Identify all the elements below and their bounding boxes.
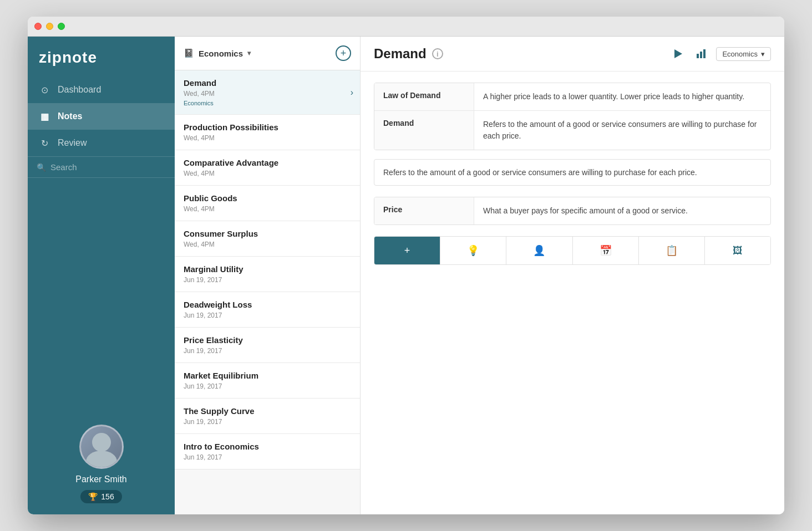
user-points: 🏆 156	[80, 490, 121, 503]
list-item[interactable]: Consumer Surplus Wed, 4PM	[175, 221, 360, 257]
points-value: 156	[101, 492, 114, 501]
toolbar-table-button[interactable]: 📋	[639, 237, 705, 264]
subject-selector[interactable]: Economics ▾	[716, 47, 771, 61]
chart-button[interactable]	[693, 45, 709, 62]
term: Law of Demand	[374, 83, 474, 110]
table-row: Price What a buyer pays for specific amo…	[374, 197, 770, 224]
list-item[interactable]: Comparative Advantage Wed, 4PM	[175, 150, 360, 186]
note-title: Comparative Advantage	[184, 158, 351, 167]
chevron-right-icon: ›	[351, 88, 353, 98]
notes-list: Demand Wed, 4PM Economics › Production P…	[175, 70, 360, 514]
sidebar-item-dashboard[interactable]: ⊙ Dashboard	[28, 76, 175, 103]
list-item[interactable]: Production Possibilities Wed, 4PM	[175, 115, 360, 150]
note-title: Marginal Utility	[184, 264, 351, 274]
sidebar-item-notes-label: Notes	[58, 111, 82, 121]
note-title: The Supply Curve	[184, 406, 351, 416]
note-title: Production Possibilities	[184, 122, 351, 132]
subject-badge-label: Economics	[722, 50, 758, 58]
search-area: 🔍	[28, 156, 175, 178]
svg-rect-3	[703, 49, 706, 58]
description: Refers to the amount of a good or servic…	[474, 111, 770, 150]
note-date: Jun 19, 2017	[184, 276, 351, 284]
svg-rect-1	[697, 54, 699, 58]
notes-icon: ▦	[39, 111, 50, 122]
note-date: Jun 19, 2017	[184, 418, 351, 426]
search-input[interactable]	[50, 162, 166, 172]
review-icon: ↻	[39, 137, 50, 149]
toolbar-image-button[interactable]: 🖼	[705, 237, 770, 264]
svg-marker-0	[674, 49, 682, 58]
info-icon[interactable]: i	[432, 48, 443, 59]
svg-rect-2	[700, 52, 702, 58]
list-item[interactable]: Marginal Utility Jun 19, 2017	[175, 257, 360, 292]
notebook-icon: 📓	[184, 48, 194, 58]
note-date: Wed, 4PM	[184, 170, 351, 177]
notes-panel: 📓 Economics ▾ + Demand Wed, 4PM Economic…	[175, 37, 361, 514]
content-toolbar: +💡👤📅📋🖼	[374, 236, 771, 265]
main-content: Demand i Economics ▾	[361, 37, 784, 514]
maximize-button[interactable]	[58, 23, 65, 30]
list-item[interactable]: Price Elasticity Jun 19, 2017	[175, 328, 360, 363]
term: Demand	[374, 111, 474, 150]
avatar	[79, 425, 124, 469]
sidebar-item-review-label: Review	[58, 138, 87, 148]
subject-dropdown[interactable]: 📓 Economics ▾	[184, 48, 251, 58]
note-date: Jun 19, 2017	[184, 453, 351, 461]
description: What a buyer pays for specific amount of…	[474, 197, 770, 224]
note-date: Jun 19, 2017	[184, 382, 351, 390]
content-body: Law of Demand A higher price leads to a …	[361, 72, 784, 514]
toolbar-idea-button[interactable]: 💡	[440, 237, 506, 264]
note-title: Demand	[184, 78, 351, 88]
trophy-icon: 🏆	[88, 492, 98, 501]
definitions-table-1: Law of Demand A higher price leads to a …	[374, 83, 771, 150]
list-item[interactable]: Public Goods Wed, 4PM	[175, 186, 360, 221]
note-title: Price Elasticity	[184, 335, 351, 345]
add-note-button[interactable]: +	[336, 45, 351, 61]
app-logo: zipnote	[28, 37, 175, 76]
list-item[interactable]: The Supply Curve Jun 19, 2017	[175, 399, 360, 434]
subject-name: Economics	[199, 49, 243, 58]
note-title: Intro to Economics	[184, 442, 351, 451]
search-wrapper: 🔍	[37, 162, 166, 172]
sidebar-item-notes[interactable]: ▦ Notes	[28, 103, 175, 130]
title-area: Demand i	[374, 46, 443, 62]
list-item[interactable]: Intro to Economics Jun 19, 2017	[175, 434, 360, 469]
minimize-button[interactable]	[46, 23, 53, 30]
sidebar-item-dashboard-label: Dashboard	[58, 85, 101, 95]
note-text: Refers to the amount of a good or servic…	[374, 159, 771, 186]
list-item[interactable]: Market Equilibrium Jun 19, 2017	[175, 363, 360, 399]
description: A higher price leads to a lower quantity…	[474, 83, 770, 110]
toolbar-add-button[interactable]: +	[374, 237, 440, 264]
header-actions: Economics ▾	[669, 45, 771, 62]
note-tag: Economics	[184, 100, 351, 106]
user-name: Parker Smith	[75, 474, 126, 484]
sidebar-item-review[interactable]: ↻ Review	[28, 130, 175, 156]
table-row: Law of Demand A higher price leads to a …	[374, 83, 770, 111]
note-date: Jun 19, 2017	[184, 347, 351, 355]
close-button[interactable]	[34, 23, 42, 30]
note-title: Public Goods	[184, 193, 351, 203]
search-icon: 🔍	[37, 163, 46, 172]
app-window: zipnote ⊙ Dashboard ▦ Notes ↻ Review 🔍	[28, 17, 784, 514]
note-date: Wed, 4PM	[184, 134, 351, 142]
table-row: Demand Refers to the amount of a good or…	[374, 111, 770, 150]
term: Price	[374, 197, 474, 224]
content-header: Demand i Economics ▾	[361, 37, 784, 72]
toolbar-calendar-button[interactable]: 📅	[573, 237, 639, 264]
note-date: Wed, 4PM	[184, 205, 351, 213]
sidebar: zipnote ⊙ Dashboard ▦ Notes ↻ Review 🔍	[28, 37, 175, 514]
note-date: Jun 19, 2017	[184, 312, 351, 319]
list-item[interactable]: Deadweight Loss Jun 19, 2017	[175, 292, 360, 328]
app-body: zipnote ⊙ Dashboard ▦ Notes ↻ Review 🔍	[28, 37, 784, 514]
play-button[interactable]	[669, 45, 686, 62]
chevron-down-icon: ▾	[247, 49, 251, 57]
list-item[interactable]: Demand Wed, 4PM Economics ›	[175, 70, 360, 115]
toolbar-person-button[interactable]: 👤	[506, 237, 572, 264]
titlebar	[28, 17, 784, 37]
sidebar-nav: ⊙ Dashboard ▦ Notes ↻ Review	[28, 76, 175, 156]
note-title: Consumer Surplus	[184, 229, 351, 238]
note-title: Deadweight Loss	[184, 300, 351, 309]
page-title: Demand	[374, 46, 427, 62]
badge-chevron-icon: ▾	[761, 50, 765, 58]
notes-header: 📓 Economics ▾ +	[175, 37, 360, 70]
